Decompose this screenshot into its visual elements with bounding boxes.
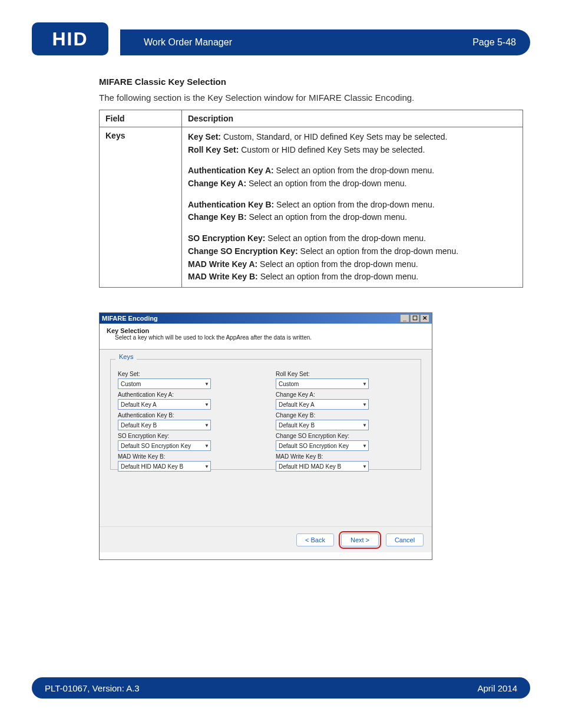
left-dropdown-2[interactable]: Default Key B▼	[118, 420, 211, 430]
chevron-down-icon: ▼	[204, 423, 209, 428]
left-dropdown-0[interactable]: Custom▼	[118, 378, 211, 389]
chevron-down-icon: ▼	[362, 464, 367, 469]
left-dropdown-1[interactable]: Default Key A▼	[118, 399, 211, 410]
groupbox-label: Keys	[115, 353, 137, 360]
right-dropdown-value-4: Default HID MAD Key B	[279, 463, 341, 470]
section-intro: The following section is the Key Selecti…	[99, 93, 523, 103]
left-column: Key Set:Custom▼Authentication Key A:Defa…	[118, 370, 256, 472]
chevron-down-icon: ▼	[362, 381, 367, 387]
page-content: MIFARE Classic Key Selection The followi…	[99, 77, 523, 288]
left-label-0: Key Set:	[118, 371, 256, 377]
right-label-2: Change Key B:	[276, 412, 414, 419]
row-field-name: Keys	[100, 127, 182, 288]
chevron-down-icon: ▼	[362, 443, 367, 449]
chevron-down-icon: ▼	[204, 443, 209, 449]
right-label-3: Change SO Encryption Key:	[276, 433, 414, 439]
right-dropdown-0[interactable]: Custom▼	[276, 378, 369, 389]
left-dropdown-value-0: Custom	[121, 381, 141, 387]
table-header-row: Field Description	[100, 110, 523, 127]
col-field-header: Field	[100, 110, 182, 127]
right-dropdown-value-2: Default Key B	[279, 422, 315, 429]
right-dropdown-value-3: Default SO Encryption Key	[279, 443, 349, 449]
minimize-button[interactable]: _	[400, 314, 409, 322]
chevron-down-icon: ▼	[362, 423, 367, 428]
close-button[interactable]: ✕	[420, 314, 429, 322]
col-description-header: Description	[182, 110, 523, 127]
left-dropdown-3[interactable]: Default SO Encryption Key▼	[118, 440, 211, 451]
left-dropdown-4[interactable]: Default HID MAD Key B▼	[118, 461, 211, 472]
window-buttons: _ ☐ ✕	[399, 314, 429, 322]
header-title: Work Order Manager	[144, 37, 232, 48]
header-bar: Work Order Manager Page 5-48	[120, 29, 530, 55]
page-header: HID Work Order Manager Page 5-48	[32, 29, 530, 55]
keys-groupbox: Keys Key Set:Custom▼Authentication Key A…	[110, 359, 421, 470]
wizard-step-subtitle: Select a key which will be used to lock …	[115, 334, 425, 341]
left-dropdown-value-4: Default HID MAD Key B	[121, 463, 183, 470]
next-button-highlight: Next >	[339, 531, 381, 549]
page-footer: PLT-01067, Version: A.3 April 2014	[32, 677, 530, 699]
hid-logo-text: HID	[52, 28, 88, 50]
chevron-down-icon: ▼	[204, 381, 209, 387]
wizard-step-title: Key Selection	[107, 327, 425, 334]
right-column: Roll Key Set:Custom▼Change Key A:Default…	[276, 370, 414, 472]
title-bar: MIFARE Encoding _ ☐ ✕	[100, 313, 432, 324]
right-dropdown-value-1: Default Key A	[279, 401, 315, 408]
right-dropdown-2[interactable]: Default Key B▼	[276, 420, 369, 430]
wizard-body: Keys Key Set:Custom▼Authentication Key A…	[100, 350, 432, 526]
left-label-4: MAD Write Key B:	[118, 453, 256, 460]
chevron-down-icon: ▼	[362, 402, 367, 407]
right-dropdown-4[interactable]: Default HID MAD Key B▼	[276, 461, 369, 472]
left-label-2: Authentication Key B:	[118, 412, 256, 419]
chevron-down-icon: ▼	[204, 464, 209, 469]
table-row: Keys Key Set: Custom, Standard, or HID d…	[100, 127, 523, 288]
left-dropdown-value-1: Default Key A	[121, 401, 157, 408]
wizard-footer: < Back Next > Cancel	[100, 526, 432, 552]
left-label-1: Authentication Key A:	[118, 391, 256, 398]
chevron-down-icon: ▼	[204, 402, 209, 407]
left-dropdown-value-2: Default Key B	[121, 422, 157, 429]
maximize-button[interactable]: ☐	[410, 314, 419, 322]
right-dropdown-3[interactable]: Default SO Encryption Key▼	[276, 440, 369, 451]
row-field-description: Key Set: Custom, Standard, or HID define…	[182, 127, 523, 288]
section-heading: MIFARE Classic Key Selection	[99, 77, 523, 87]
wizard-header: Key Selection Select a key which will be…	[100, 324, 432, 350]
field-description-table: Field Description Keys Key Set: Custom, …	[99, 110, 523, 288]
right-label-4: MAD Write Key B:	[276, 453, 414, 460]
footer-doc-id: PLT-01067, Version: A.3	[45, 683, 140, 693]
footer-date: April 2014	[477, 683, 517, 693]
wizard-window: MIFARE Encoding _ ☐ ✕ Key Selection Sele…	[99, 312, 432, 560]
form-columns: Key Set:Custom▼Authentication Key A:Defa…	[118, 370, 414, 472]
back-button[interactable]: < Back	[296, 533, 334, 546]
header-page-label: Page 5-48	[472, 37, 516, 48]
right-dropdown-1[interactable]: Default Key A▼	[276, 399, 369, 410]
hid-logo: HID	[32, 22, 108, 55]
right-label-1: Change Key A:	[276, 391, 414, 398]
right-dropdown-value-0: Custom	[279, 381, 299, 387]
left-label-3: SO Encryption Key:	[118, 433, 256, 439]
cancel-button[interactable]: Cancel	[386, 533, 424, 546]
window-title: MIFARE Encoding	[102, 315, 158, 322]
left-dropdown-value-3: Default SO Encryption Key	[121, 443, 191, 449]
next-button[interactable]: Next >	[341, 533, 379, 546]
right-label-0: Roll Key Set:	[276, 371, 414, 377]
